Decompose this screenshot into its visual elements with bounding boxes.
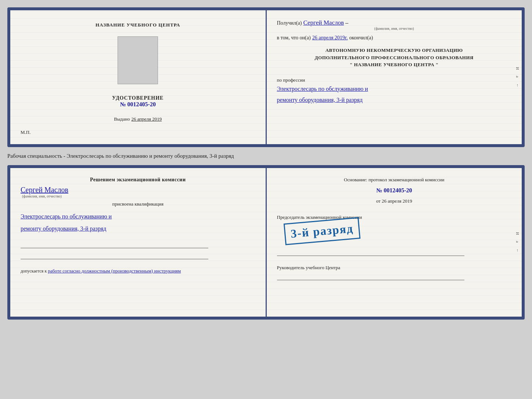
side-char-bottom-1: И [515, 232, 520, 235]
sig-line-2 [21, 251, 208, 259]
rukovoditel-block: Руководитель учебного Центра [277, 265, 512, 280]
sig-line-1 [21, 240, 208, 248]
org-line2: ДОПОЛНИТЕЛЬНОГО ПРОФЕССИОНАЛЬНОГО ОБРАЗО… [277, 54, 512, 61]
poluchil-label: Получил(а) [277, 20, 302, 26]
top-card-left: НАЗВАНИЕ УЧЕБНОГО ЦЕНТРА УДОСТОВЕРЕНИЕ №… [10, 10, 266, 144]
profession-line1: Электрослесарь по обслуживанию и [277, 84, 512, 95]
poluchil-block: Получил(а) Сергей Маслов – (фамилия, имя… [277, 19, 512, 31]
vydano-date: 26 апреля 2019 [131, 116, 162, 122]
org-block: АВТОНОМНУЮ НЕКОММЕРЧЕСКУЮ ОРГАНИЗАЦИЮ ДО… [277, 47, 512, 68]
resheniem-title: Решением экзаменационной комиссии [21, 177, 255, 183]
bottom-name-handwritten: Сергей Маслов [21, 186, 255, 194]
stamp: 3-й разряд [283, 217, 360, 245]
top-left-title: НАЗВАНИЕ УЧЕБНОГО ЦЕНТРА [96, 22, 180, 28]
vtom-date: 26 апреля 2019г. [312, 35, 348, 40]
qualification-line2: ремонту оборудования, 3-й разряд [21, 224, 255, 234]
proto-number: № 0012405-20 [277, 187, 512, 194]
top-card-right: Получил(а) Сергей Маслов – (фамилия, имя… [267, 10, 522, 144]
osnovanie-title: Основание: протокол экзаменационной коми… [277, 177, 512, 183]
ot-label: от [376, 198, 381, 204]
stamp-text: 3-й разряд [290, 222, 354, 241]
mp-label: М.П. [21, 129, 30, 135]
signature-lines-left [21, 240, 255, 259]
vydano-block: Выдано 26 апреля 2019 [114, 115, 162, 122]
dopuskaetsya-label: допускается к [21, 268, 47, 274]
right-sig-line-1 [277, 248, 465, 256]
profession-block: по профессии Электрослесарь по обслужива… [277, 74, 512, 106]
bottom-card-left: Решением экзаменационной комиссии Сергей… [10, 168, 266, 317]
okonchil-label: окончил(а) [349, 35, 373, 40]
org-line3: " НАЗВАНИЕ УЧЕБНОГО ЦЕНТРА " [277, 61, 512, 68]
udostoverenie-label: УДОСТОВЕРЕНИЕ [112, 95, 163, 101]
vydano-label: Выдано [114, 116, 130, 122]
side-decoration-bottom: И а ← [514, 168, 522, 317]
predsedatel-block: Председатель экзаменационной комиссии [277, 214, 512, 220]
stamp-block: Председатель экзаменационной комиссии 3-… [277, 211, 512, 242]
ot-date: 26 апреля 2019 [382, 198, 412, 204]
dopuskaetsya-block: допускается к работе согласно должностны… [21, 268, 255, 274]
udostoverenie-block: УДОСТОВЕРЕНИЕ № 0012405-20 [112, 95, 163, 108]
profession-line2: ремонту оборудования, 3-й разряд [277, 95, 512, 106]
qualification-line1: Электрослесарь по обслуживанию и [21, 211, 255, 222]
side-char-bottom-2: а [515, 241, 520, 243]
vtom-label: в том, что он(а) [277, 35, 311, 40]
bottom-card-right: Основание: протокол экзаменационной коми… [267, 168, 522, 317]
side-char-bottom-3: ← [515, 249, 520, 253]
right-sig-line-2 [277, 272, 465, 280]
bottom-certificate-card: Решением экзаменационной комиссии Сергей… [7, 165, 525, 320]
side-char-1: И [515, 67, 520, 70]
bottom-name-block: Сергей Маслов (фамилия, имя, отчество) [21, 186, 255, 198]
prisvoena-label: присвоена квалификация [21, 201, 255, 207]
udostoverenie-number: № 0012405-20 [112, 101, 163, 108]
poluchil-name: Сергей Маслов [303, 19, 344, 26]
page-wrapper: НАЗВАНИЕ УЧЕБНОГО ЦЕНТРА УДОСТОВЕРЕНИЕ №… [7, 7, 525, 320]
fio-label-top: (фамилия, имя, отчество) [277, 26, 512, 31]
side-char-3: ← [515, 83, 520, 88]
photo-placeholder [118, 36, 158, 84]
dopusk-text: работе согласно должностным (производств… [48, 268, 181, 274]
rukovoditel-label: Руководитель учебного Центра [277, 265, 341, 270]
org-line1: АВТОНОМНУЮ НЕКОММЕРЧЕСКУЮ ОРГАНИЗАЦИЮ [277, 47, 512, 54]
side-decoration-top: И а ← [514, 10, 522, 144]
ot-date-block: от 26 апреля 2019 [277, 198, 512, 204]
qualification-block: Электрослесарь по обслуживанию и ремонту… [21, 210, 255, 234]
po-professii: по профессии [277, 77, 512, 83]
bottom-fio-label: (фамилия, имя, отчество) [22, 194, 255, 198]
side-char-2: а [515, 76, 520, 78]
middle-text: Рабочая специальность - Электрослесарь п… [7, 152, 525, 161]
top-certificate-card: НАЗВАНИЕ УЧЕБНОГО ЦЕНТРА УДОСТОВЕРЕНИЕ №… [7, 7, 525, 147]
vtom-block: в том, что он(а) 26 апреля 2019г. окончи… [277, 34, 512, 41]
